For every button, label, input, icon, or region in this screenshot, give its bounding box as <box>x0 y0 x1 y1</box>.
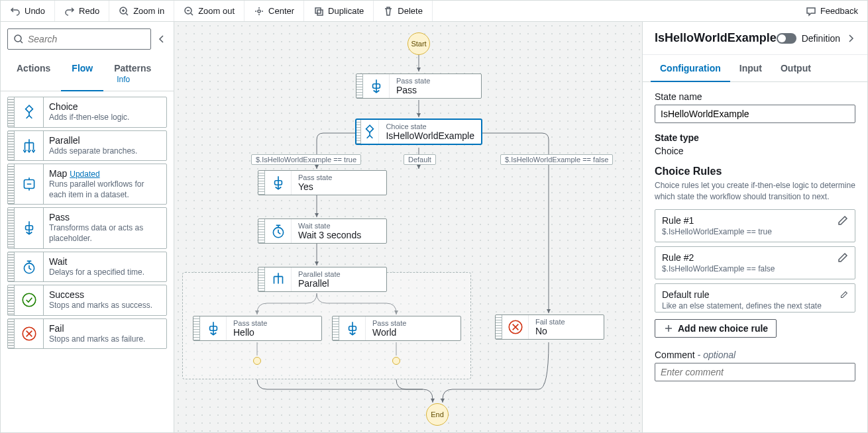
search-input[interactable] <box>28 34 145 44</box>
flow-item-title: Pass <box>49 212 161 222</box>
node-type-label: Wait state <box>298 222 380 230</box>
flow-item-fail[interactable]: FailStops and marks as failure. <box>7 318 167 350</box>
center-button[interactable]: Center <box>244 1 304 21</box>
svg-point-2 <box>258 10 260 13</box>
node-pass[interactable]: Pass statePass <box>356 73 482 99</box>
duplicate-label: Duplicate <box>328 6 364 16</box>
edit-icon[interactable] <box>838 215 848 226</box>
zoom-out-button[interactable]: Zoom out <box>174 1 244 21</box>
flow-item-pass[interactable]: PassTransforms data or acts as placehold… <box>7 207 167 248</box>
plus-icon <box>663 323 674 334</box>
edit-icon[interactable] <box>838 252 848 263</box>
node-wait[interactable]: Wait stateWait 3 seconds <box>258 218 387 244</box>
canvas[interactable]: Start Pass statePass Choice stateIsHello… <box>174 22 642 432</box>
state-type-value: Choice <box>655 146 855 156</box>
delete-button[interactable]: Delete <box>374 1 433 21</box>
add-choice-rule-button[interactable]: Add new choice rule <box>655 319 777 338</box>
flow-item-map[interactable]: MapUpdatedRuns parallel workflows for ea… <box>7 164 167 205</box>
rule-card[interactable]: Rule #1$.IsHelloWorldExample == true <box>655 209 855 242</box>
rule-title: Rule #2 <box>662 252 775 263</box>
node-type-label: Pass state <box>372 319 454 327</box>
tab-patterns-label: Patterns <box>114 63 151 73</box>
svg-point-9 <box>23 294 36 307</box>
flow-item-desc: Adds separate branches. <box>49 146 161 157</box>
drag-handle[interactable] <box>8 131 15 161</box>
flow-item-parallel[interactable]: ParallelAdds separate branches. <box>7 130 167 162</box>
drag-handle[interactable] <box>8 252 15 282</box>
collapse-sidebar-button[interactable] <box>154 31 170 47</box>
node-type-label: Choice state <box>386 122 474 130</box>
tab-flow[interactable]: Flow <box>61 56 103 91</box>
drag-handle[interactable] <box>8 164 15 204</box>
svg-point-5 <box>15 35 21 42</box>
flow-item-title: Wait <box>49 256 161 267</box>
insp-tab-input[interactable]: Input <box>730 55 771 81</box>
add-rule-label: Add new choice rule <box>678 323 768 334</box>
start-node[interactable]: Start <box>407 32 430 55</box>
node-choice[interactable]: Choice stateIsHelloWorldExample <box>356 119 482 144</box>
duplicate-button[interactable]: Duplicate <box>304 1 374 21</box>
drag-handle[interactable] <box>8 319 15 349</box>
node-type-label: Pass state <box>233 319 315 327</box>
drag-handle[interactable] <box>8 285 15 315</box>
chevron-right-icon[interactable] <box>845 33 856 44</box>
flow-item-desc: Transforms data or acts as placeholder. <box>49 223 161 244</box>
end-node[interactable]: End <box>426 403 449 426</box>
feedback-label: Feedback <box>820 6 858 16</box>
map-icon <box>21 175 38 193</box>
drag-handle[interactable] <box>258 267 265 291</box>
flow-item-desc: Delays for a specified time. <box>49 267 161 278</box>
node-world[interactable]: Pass stateWorld <box>332 316 461 341</box>
flow-item-choice[interactable]: ChoiceAdds if-then-else logic. <box>7 97 167 128</box>
comment-label: Comment - optional <box>655 350 855 360</box>
zoom-in-label: Zoom in <box>133 6 164 16</box>
drag-handle[interactable] <box>333 316 339 340</box>
sidebar: Actions Flow Patterns Info ChoiceAdds if… <box>1 22 174 432</box>
insp-tab-config[interactable]: Configuration <box>651 55 730 81</box>
drag-handle[interactable] <box>8 208 15 248</box>
redo-icon <box>64 6 75 17</box>
rule-sub: $.IsHelloWorldExample == false <box>662 264 775 273</box>
drag-handle[interactable] <box>258 171 265 195</box>
node-parallel[interactable]: Parallel stateParallel <box>258 267 387 292</box>
wait-icon <box>21 258 38 275</box>
undo-button[interactable]: Undo <box>1 1 55 21</box>
tab-actions[interactable]: Actions <box>6 56 61 91</box>
drag-handle[interactable] <box>356 74 363 98</box>
flow-item-title: Choice <box>49 101 161 112</box>
drag-handle[interactable] <box>258 219 265 243</box>
comment-input[interactable] <box>655 363 855 381</box>
search-input-wrapper[interactable] <box>7 28 151 50</box>
rule-card[interactable]: Rule #2$.IsHelloWorldExample == false <box>655 246 855 279</box>
drag-handle[interactable] <box>8 97 15 127</box>
tab-info-link[interactable]: Info <box>117 75 130 84</box>
node-title: Pass <box>396 85 474 95</box>
node-type-label: Pass state <box>396 77 474 85</box>
rule-sub: Like an else statement, defines the next… <box>662 301 835 313</box>
redo-button[interactable]: Redo <box>55 1 109 21</box>
flow-item-wait[interactable]: WaitDelays for a specified time. <box>7 252 167 283</box>
state-name-label: State name <box>655 91 855 102</box>
pass-icon <box>270 174 287 191</box>
zoom-out-icon <box>184 6 194 17</box>
drag-handle[interactable] <box>496 315 502 339</box>
insp-tab-output[interactable]: Output <box>771 55 820 81</box>
state-name-input[interactable] <box>655 105 855 123</box>
node-yes[interactable]: Pass stateYes <box>258 170 387 195</box>
edit-icon[interactable] <box>840 289 848 300</box>
drag-handle[interactable] <box>193 316 200 340</box>
node-hello[interactable]: Pass stateHello <box>193 316 322 341</box>
rule-sub: $.IsHelloWorldExample == true <box>662 227 772 236</box>
undo-icon <box>10 6 21 17</box>
node-title: Yes <box>298 181 380 192</box>
flow-item-success[interactable]: SuccessStops and marks as success. <box>7 285 167 316</box>
tab-patterns[interactable]: Patterns Info <box>103 56 168 91</box>
flow-item-title: MapUpdated <box>49 168 161 179</box>
drag-handle[interactable] <box>356 120 361 144</box>
feedback-button[interactable]: Feedback <box>796 6 867 17</box>
zoom-in-button[interactable]: Zoom in <box>109 1 174 21</box>
chevron-left-icon <box>156 34 167 44</box>
default-rule-card[interactable]: Default ruleLike an else statement, defi… <box>655 283 855 313</box>
node-no[interactable]: Fail stateNo <box>495 314 604 340</box>
definition-toggle[interactable] <box>777 33 796 44</box>
